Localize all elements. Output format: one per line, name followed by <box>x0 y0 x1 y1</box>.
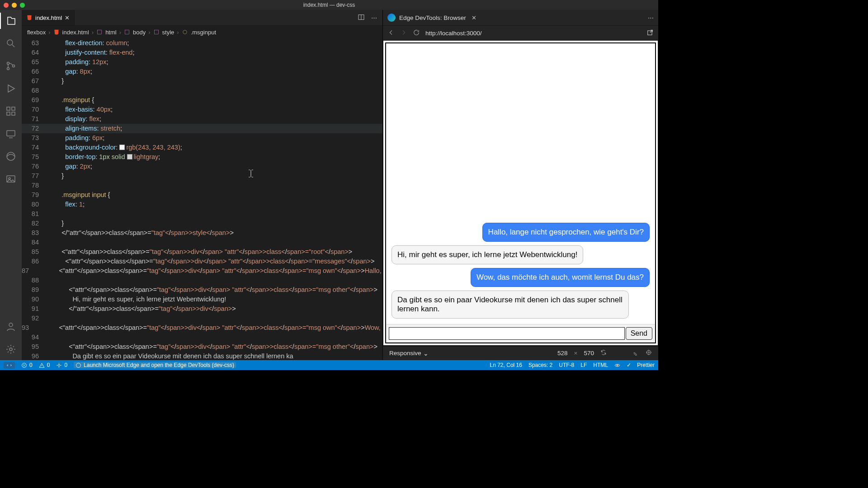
send-button[interactable]: Send <box>626 327 652 340</box>
svg-rect-6 <box>7 112 10 115</box>
editor-tabbar: index.html ✕ ⋯ <box>22 10 382 26</box>
code-line[interactable]: 78 <box>22 181 382 190</box>
code-line[interactable]: 73 padding: 6px; <box>22 133 382 143</box>
more-actions-icon[interactable]: ⋯ <box>371 14 377 21</box>
html-file-icon <box>26 14 33 21</box>
code-line[interactable]: 82 } <box>22 219 382 228</box>
code-line[interactable]: 90 Hi, mir geht es super, ich lerne jetz… <box>22 295 382 304</box>
crumb-body[interactable]: body <box>133 29 146 36</box>
activity-run-debug[interactable] <box>0 80 22 97</box>
devtools-more-icon[interactable]: ⋯ <box>648 14 654 21</box>
code-line[interactable]: 93 <"attr"</span>>class</span>="tag"</sp… <box>22 323 382 333</box>
open-external-icon[interactable] <box>646 29 654 38</box>
crumb-style[interactable]: style <box>162 29 175 36</box>
activity-source-control[interactable] <box>0 58 22 74</box>
encoding[interactable]: UTF-8 <box>559 362 574 368</box>
code-line[interactable]: 80 flex: 1; <box>22 200 382 209</box>
url-bar[interactable]: http://localhost:3000/ <box>425 30 641 37</box>
viewport-width[interactable]: 528 <box>557 350 568 357</box>
breadcrumb[interactable]: flexbox› index.html› html› body› style› … <box>22 26 382 38</box>
code-line[interactable]: 65 padding: 12px; <box>22 57 382 67</box>
problems-warnings[interactable]: 0 <box>39 362 50 368</box>
code-line[interactable]: 79 .msginput input { <box>22 190 382 200</box>
code-line[interactable]: 89 <"attr"</span>>class</span>="tag"</sp… <box>22 285 382 295</box>
maximize-window-icon[interactable] <box>20 3 25 8</box>
code-line[interactable]: 94 <box>22 333 382 342</box>
language-mode[interactable]: HTML <box>593 362 608 368</box>
code-line[interactable]: 67 } <box>22 76 382 86</box>
viewport-height[interactable]: 570 <box>584 350 594 357</box>
close-devtools-icon[interactable]: ✕ <box>472 14 476 21</box>
code-line[interactable]: 75 border-top: 1px solid lightgray; <box>22 152 382 162</box>
reload-icon[interactable] <box>413 29 420 38</box>
code-line[interactable]: 74 background-color: rgb(243, 243, 243); <box>22 143 382 152</box>
code-line[interactable]: 92 <box>22 314 382 323</box>
live-preview-icon[interactable] <box>614 362 620 368</box>
code-line[interactable]: 70 flex-basis: 40px; <box>22 105 382 114</box>
activity-edge-tools[interactable] <box>0 148 22 164</box>
message-input[interactable] <box>389 327 625 340</box>
code-line[interactable]: 69 .msginput { <box>22 95 382 105</box>
prettier-status[interactable]: ✓ Prettier <box>627 362 655 368</box>
crumb-folder[interactable]: flexbox <box>27 29 46 36</box>
crumb-selector[interactable]: .msginput <box>191 29 216 36</box>
chat-message: Wow, das möchte ich auch, womit lernst D… <box>471 268 650 287</box>
symbol-icon <box>153 29 160 35</box>
activity-images[interactable] <box>0 171 22 187</box>
tab-index-html[interactable]: index.html ✕ <box>22 10 75 25</box>
remote-indicator[interactable] <box>4 362 15 369</box>
svg-rect-8 <box>7 131 15 136</box>
code-line[interactable]: 84 <box>22 238 382 247</box>
screencast-icon[interactable] <box>633 349 639 357</box>
activity-settings[interactable] <box>0 341 22 357</box>
code-line[interactable]: 63 flex-direction: column; <box>22 38 382 48</box>
close-window-icon[interactable] <box>4 3 9 8</box>
ports-status[interactable]: 0 <box>56 362 67 368</box>
inspect-icon[interactable] <box>646 349 652 357</box>
activity-explorer[interactable] <box>0 13 22 29</box>
chat-app: Hallo, lange nicht gesprochen, wie geht'… <box>385 42 656 343</box>
html-file-icon <box>53 29 60 35</box>
code-line[interactable]: 87 <"attr"</span>>class</span>="tag"</sp… <box>22 266 382 276</box>
activity-remote[interactable] <box>0 126 22 142</box>
code-line[interactable]: 66 gap: 8px; <box>22 67 382 76</box>
back-icon[interactable] <box>387 29 395 38</box>
devtools-footer: Responsive ⌄ 528 × 570 <box>383 346 658 360</box>
code-line[interactable]: 85 <"attr"</span>>class</span>="tag"</sp… <box>22 247 382 257</box>
code-editor[interactable]: 63 flex-direction: column;64 justify-con… <box>22 38 382 360</box>
split-editor-icon[interactable] <box>358 14 365 22</box>
crumb-file[interactable]: index.html <box>62 29 89 36</box>
code-line[interactable]: 96 Da gibt es so ein paar Videokurse mit… <box>22 352 382 360</box>
problems-errors[interactable]: 0 <box>21 362 33 368</box>
rotate-icon[interactable] <box>600 349 607 357</box>
activity-account[interactable] <box>0 319 22 335</box>
code-line[interactable]: 83 </"attr"</span>>class</span>="tag"</s… <box>22 228 382 238</box>
code-line[interactable]: 71 display: flex; <box>22 114 382 124</box>
cursor-position[interactable]: Ln 72, Col 16 <box>490 362 522 368</box>
close-tab-icon[interactable]: ✕ <box>65 14 70 21</box>
activity-extensions[interactable] <box>0 103 22 119</box>
symbol-icon <box>182 29 188 35</box>
eol[interactable]: LF <box>580 362 587 368</box>
code-line[interactable]: 76 gap: 2px; <box>22 162 382 171</box>
forward-icon[interactable] <box>400 29 407 38</box>
activity-search[interactable] <box>0 35 22 52</box>
code-line[interactable]: 68 <box>22 86 382 95</box>
code-line[interactable]: 88 <box>22 276 382 285</box>
minimize-window-icon[interactable] <box>12 3 17 8</box>
code-line[interactable]: 95 <"attr"</span>>class</span>="tag"</sp… <box>22 342 382 352</box>
code-line[interactable]: 81 <box>22 209 382 219</box>
code-line[interactable]: 64 justify-content: flex-end; <box>22 48 382 57</box>
responsive-mode[interactable]: Responsive ⌄ <box>389 350 429 357</box>
svg-point-3 <box>13 65 15 67</box>
svg-rect-17 <box>154 30 158 34</box>
indent-spaces[interactable]: Spaces: 2 <box>528 362 552 368</box>
crumb-html[interactable]: html <box>105 29 117 36</box>
svg-point-9 <box>7 152 15 160</box>
code-line[interactable]: 91 </"attr"</span>>class</span>="tag"</s… <box>22 304 382 314</box>
code-line[interactable]: 86 <"attr"</span>>class</span>="tag"</sp… <box>22 257 382 266</box>
svg-point-13 <box>9 348 12 351</box>
launch-task[interactable]: Launch Microsoft Edge and open the Edge … <box>74 362 236 368</box>
code-line[interactable]: 77 } <box>22 171 382 181</box>
code-line[interactable]: 72 align-items: stretch; <box>22 124 382 133</box>
